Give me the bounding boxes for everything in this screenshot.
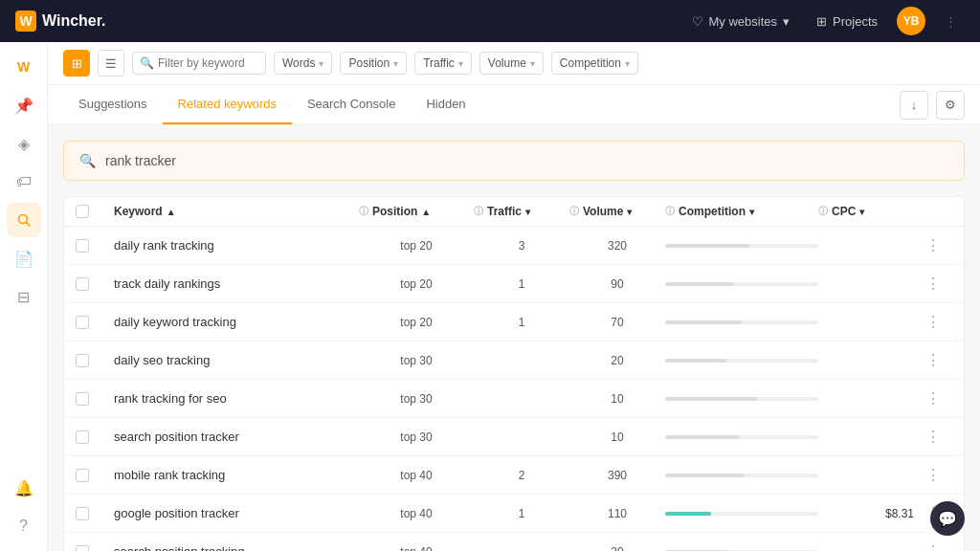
competition-bar-wrap [665, 244, 818, 248]
row-more-btn[interactable]: ⋮ [914, 275, 952, 293]
th-volume[interactable]: ⓘ Volume ▾ [569, 205, 665, 218]
competition-bar [665, 244, 749, 248]
row-checkbox[interactable] [76, 316, 89, 329]
projects-nav[interactable]: ⊞ Projects [809, 11, 885, 33]
keywords-table: Keyword ▲ ⓘ Position ▲ ⓘ Traffic ▾ ⓘ [63, 196, 965, 551]
row-checkbox-cell [76, 507, 114, 520]
position-cell: top 30 [359, 354, 474, 367]
traffic-sort-icon: ▾ [525, 207, 530, 217]
th-position[interactable]: ⓘ Position ▲ [359, 205, 474, 218]
row-more-btn[interactable]: ⋮ [914, 389, 952, 408]
filter-search-icon: 🔍 [140, 56, 154, 70]
keyword-cell: google position tracker [114, 506, 359, 520]
volume-cell: 30 [569, 545, 665, 552]
th-traffic[interactable]: ⓘ Traffic ▾ [474, 205, 569, 218]
tab-suggestions[interactable]: Suggestions [63, 85, 163, 124]
th-competition[interactable]: ⓘ Competition ▾ [665, 205, 818, 218]
table-row: rank tracking for seo top 30 10 ⋮ [64, 380, 964, 418]
keyword-cell: search position tracker [114, 430, 359, 444]
competition-bar [665, 359, 726, 363]
position-cell: top 40 [359, 469, 474, 482]
competition-filter-btn[interactable]: Competition ▾ [551, 52, 638, 75]
cpc-value: $8.31 [885, 507, 914, 520]
sidebar-item-pin[interactable]: 📌 [7, 88, 41, 122]
volume-cell: 20 [569, 354, 665, 367]
competition-cell [665, 244, 818, 248]
keyword-cell: daily keyword tracking [114, 315, 359, 329]
position-info-icon: ⓘ [359, 205, 368, 218]
chat-bubble[interactable]: 💬 [930, 501, 965, 536]
my-websites-label: My websites [709, 14, 778, 29]
sidebar-item-clipboard[interactable]: ⊟ [7, 279, 41, 314]
words-filter-btn[interactable]: Words ▾ [274, 52, 332, 75]
grid-view-btn[interactable]: ⊞ [63, 50, 90, 77]
tab-search-console[interactable]: Search Console [292, 85, 412, 124]
row-checkbox[interactable] [76, 469, 89, 482]
traffic-cell: 3 [474, 239, 569, 253]
competition-bar-wrap [665, 474, 818, 477]
nav-more-icon[interactable]: ⋮ [937, 11, 965, 33]
position-label: Position [348, 56, 390, 70]
volume-cell: 110 [569, 507, 665, 520]
search-box[interactable]: 🔍 rank tracker [63, 141, 965, 181]
row-checkbox-cell [76, 277, 114, 291]
volume-cell: 320 [569, 239, 665, 253]
row-checkbox[interactable] [76, 392, 89, 406]
settings-btn[interactable]: ⚙ [936, 91, 965, 120]
row-more-btn[interactable]: ⋮ [914, 236, 952, 254]
row-more-btn[interactable]: ⋮ [914, 466, 952, 484]
traffic-cell: 1 [474, 316, 569, 329]
volume-info-icon: ⓘ [569, 205, 579, 218]
sidebar-item-tag[interactable]: 🏷 [7, 165, 41, 199]
volume-label: Volume [488, 56, 526, 70]
row-checkbox[interactable] [76, 239, 89, 253]
sidebar-item-chart[interactable]: ◈ [7, 126, 41, 161]
th-keyword[interactable]: Keyword ▲ [114, 205, 359, 218]
sidebar-item-logo[interactable]: W [7, 50, 41, 84]
user-avatar[interactable]: YB [897, 7, 925, 35]
row-checkbox[interactable] [76, 545, 89, 552]
row-more-btn[interactable]: ⋮ [914, 542, 952, 551]
competition-bar-wrap [665, 282, 818, 286]
select-all-checkbox[interactable] [76, 205, 89, 218]
traffic-cell: 2 [474, 469, 569, 482]
competition-bar [665, 320, 742, 324]
th-cpc[interactable]: ⓘ CPC ▾ [818, 205, 914, 218]
competition-bar [665, 397, 757, 401]
row-checkbox[interactable] [76, 354, 89, 367]
my-websites-nav[interactable]: ♡ My websites ▾ [684, 11, 798, 33]
sidebar-item-search[interactable] [7, 203, 41, 237]
competition-bar [665, 474, 745, 477]
row-checkbox[interactable] [76, 430, 89, 444]
volume-filter-btn[interactable]: Volume ▾ [479, 52, 544, 75]
row-more-btn[interactable]: ⋮ [914, 313, 952, 331]
sidebar-item-bell[interactable]: 🔔 [7, 471, 41, 505]
list-view-btn[interactable]: ☰ [98, 50, 124, 77]
position-cell: top 40 [359, 545, 474, 552]
row-checkbox-cell [76, 239, 114, 253]
row-more-btn[interactable]: ⋮ [914, 428, 952, 446]
keyword-sort-icon: ▲ [167, 207, 176, 217]
table-row: daily rank tracking top 20 3 320 ⋮ [64, 227, 964, 265]
logo-icon: W [15, 11, 36, 32]
table-row: track daily rankings top 20 1 90 ⋮ [64, 265, 964, 303]
competition-bar-wrap [665, 320, 818, 324]
row-checkbox-cell [76, 430, 114, 444]
row-more-btn[interactable]: ⋮ [914, 351, 952, 369]
volume-chevron-icon: ▾ [530, 58, 535, 69]
tabs-actions: ↓ ⚙ [900, 91, 965, 120]
main-content: ⊞ ☰ 🔍 Words ▾ Position ▾ Traffic ▾ Volum… [48, 42, 980, 551]
row-checkbox[interactable] [76, 277, 89, 291]
row-checkbox[interactable] [76, 507, 89, 520]
content-area: 🔍 rank tracker Keyword ▲ ⓘ Position [48, 125, 980, 551]
sidebar-item-help[interactable]: ? [7, 509, 41, 543]
competition-chevron-icon: ▾ [625, 58, 630, 69]
download-btn[interactable]: ↓ [900, 91, 928, 120]
row-checkbox-cell [76, 316, 114, 329]
tab-related-keywords[interactable]: Related keywords [163, 85, 292, 124]
traffic-filter-btn[interactable]: Traffic ▾ [414, 52, 472, 75]
tab-hidden[interactable]: Hidden [411, 85, 480, 124]
competition-cell [665, 435, 818, 439]
sidebar-item-document[interactable]: 📄 [7, 241, 41, 276]
position-filter-btn[interactable]: Position ▾ [340, 52, 407, 75]
